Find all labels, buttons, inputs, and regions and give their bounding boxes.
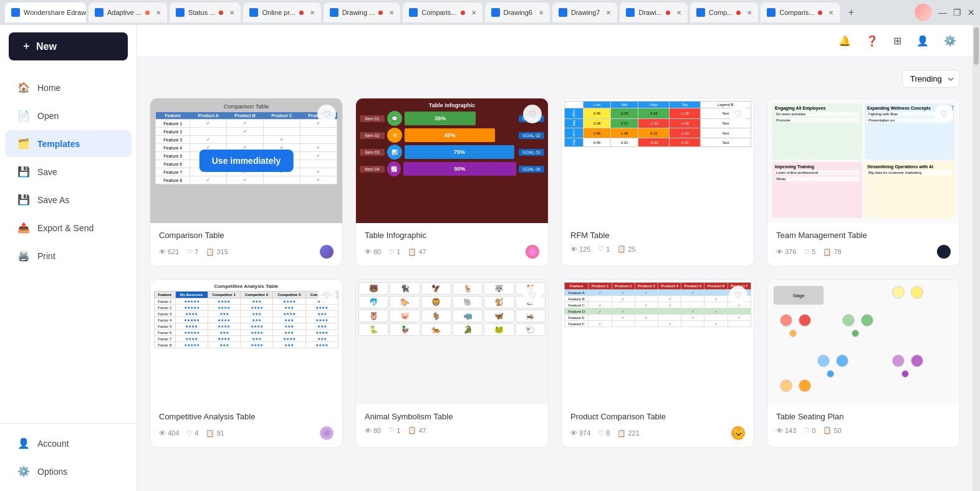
sidebar-item-open[interactable]: 📄 Open <box>5 102 132 129</box>
card-meta-product: 👁 974 ♡ 8 📋 221 🐱 <box>570 426 745 440</box>
new-button-label: New <box>36 41 57 52</box>
tab-icon-adaptive <box>95 8 103 17</box>
seat <box>842 314 855 327</box>
new-button[interactable]: ＋ New <box>9 32 128 60</box>
template-card-comparison[interactable]: Comparison Table FeatureProduct AProduct… <box>150 98 343 267</box>
template-card-seating[interactable]: Stage <box>767 279 960 448</box>
animal-cell: 🐎 <box>390 296 420 308</box>
tab-close-status[interactable]: ✕ <box>229 9 234 16</box>
animal-cell: 🦁 <box>421 296 451 308</box>
scrollbar-thumb[interactable] <box>974 27 979 65</box>
template-card-competitive[interactable]: Competitive Analysis Table Feature My Bu… <box>150 279 343 448</box>
tab-drawing7[interactable]: Drawing7 ✕ <box>552 2 617 22</box>
save-as-icon: 💾 <box>17 194 30 206</box>
tab-close-drawing6[interactable]: ✕ <box>539 9 544 16</box>
animal-cell: 🦌 <box>453 282 483 295</box>
tab-drawing6[interactable]: Drawing6 ✕ <box>485 2 550 22</box>
sidebar-item-export[interactable]: 📤 Export & Send <box>5 214 132 241</box>
sidebar-item-save[interactable]: 💾 Save <box>5 158 132 185</box>
settings-icon[interactable]: ⚙️ <box>940 31 960 50</box>
seat <box>799 379 811 392</box>
heart-button-infographic[interactable]: ♡ <box>523 105 542 123</box>
sidebar-item-options[interactable]: ⚙️ Options <box>5 458 132 485</box>
template-card-animal[interactable]: 🐻 🐈‍⬛ 🦅 🦌 🐺 🦊 🐬 🐎 🦁 🐘 🐒 <box>355 279 549 448</box>
animal-cell: 🦋 <box>484 310 514 322</box>
bell-icon[interactable]: 🔔 <box>835 31 855 50</box>
tab-close-drawing[interactable]: ✕ <box>389 9 394 16</box>
heart-button-rfm[interactable]: ♡ <box>729 105 747 123</box>
card-title-team: Team Management Table <box>776 231 951 240</box>
tab-label-comp: Comp... <box>709 9 733 16</box>
tab-comparis[interactable]: Comparis... ✕ <box>403 2 482 22</box>
user-icon[interactable]: 👤 <box>913 31 933 50</box>
animal-cell: 🐅 <box>421 323 451 336</box>
new-tab-button[interactable]: + <box>842 4 860 21</box>
author-avatar-competitive <box>320 426 334 440</box>
tab-label-status: Status ... <box>188 9 215 16</box>
template-card-infographic[interactable]: Table Infographic Item 01 💬 35% GOAL 01 <box>355 98 549 267</box>
tab-drawi[interactable]: Drawi... ✕ <box>620 2 687 22</box>
template-card-team[interactable]: Engaging All Employees Do team activitie… <box>767 98 960 267</box>
heart-button-comparison[interactable]: ♡ <box>317 105 336 123</box>
top-bar: 🔔 ❓ ⊞ 👤 ⚙️ <box>137 25 973 57</box>
sidebar-item-save-as[interactable]: 💾 Save As <box>5 186 132 213</box>
animal-cell: 🦅 <box>421 282 451 295</box>
card-title-competitive: Competitive Analysis Table <box>159 412 334 421</box>
close-button[interactable]: ✕ <box>968 7 975 17</box>
tab-online[interactable]: Online pr... ✕ <box>243 2 320 22</box>
sidebar-item-home[interactable]: 🏠 Home <box>5 74 132 101</box>
template-card-product[interactable]: Feature Product 1Product 2Product 3Produ… <box>561 279 754 448</box>
card-info-seating: Table Seating Plan 👁 143 ♡ 0 📋 50 <box>767 404 959 442</box>
tab-close-comp[interactable]: ✕ <box>747 9 752 16</box>
heart-button-product[interactable]: ♡ <box>729 286 747 305</box>
tab-close-comparis2[interactable]: ✕ <box>829 9 833 16</box>
tab-comparis2[interactable]: Comparis... ✕ <box>761 2 840 22</box>
author-avatar-team <box>937 245 951 259</box>
maximize-button[interactable]: ❐ <box>953 7 961 17</box>
tab-close-drawi[interactable]: ✕ <box>676 9 681 16</box>
card-preview-infographic: Table Infographic Item 01 💬 35% GOAL 01 <box>356 98 548 223</box>
tab-close-online[interactable]: ✕ <box>310 9 315 16</box>
tab-status[interactable]: Status ... ✕ <box>170 2 241 22</box>
tab-adaptive[interactable]: Adaptive ... ✕ <box>89 2 167 22</box>
profile-avatar[interactable] <box>915 4 932 21</box>
help-icon[interactable]: ❓ <box>862 31 882 50</box>
card-preview-comparison: Comparison Table FeatureProduct AProduct… <box>150 98 342 223</box>
views-comparison: 👁 621 <box>159 248 179 255</box>
copies-infographic: 📋 47 <box>408 248 426 256</box>
likes-team: ♡ 5 <box>804 248 815 256</box>
likes-rfm: ♡ 1 <box>598 245 610 253</box>
tab-dot-comp <box>736 11 741 15</box>
grid-icon[interactable]: ⊞ <box>890 31 905 50</box>
seat <box>827 370 834 378</box>
tab-close-drawing7[interactable]: ✕ <box>606 9 611 16</box>
heart-button-competitive[interactable]: ♡ <box>317 286 336 305</box>
sort-select[interactable]: Trending Latest Popular <box>902 70 960 88</box>
views-competitive: 👁 404 <box>159 429 179 437</box>
templates-icon: 🗂️ <box>17 138 30 150</box>
sidebar-item-account[interactable]: 👤 Account <box>5 430 132 457</box>
sidebar-item-print[interactable]: 🖨️ Print <box>5 242 132 269</box>
heart-button-animal[interactable]: ♡ <box>523 286 542 305</box>
edraw-tab-icon <box>11 8 20 17</box>
animal-cell: 🐘 <box>453 296 483 308</box>
export-icon: 📤 <box>17 222 30 234</box>
copies-product: 📋 221 <box>617 429 639 437</box>
tab-icon-comparis2 <box>767 8 776 17</box>
tab-edrawmax[interactable]: Wondershare EdrawMax ✕ <box>5 2 86 22</box>
tab-icon-comparis <box>409 8 418 17</box>
sidebar-item-templates[interactable]: 🗂️ Templates <box>5 130 132 157</box>
main-content: Trending Latest Popular Comparison Table… <box>137 57 973 491</box>
tab-label-drawing: Drawing ... <box>342 9 375 16</box>
template-card-rfm[interactable]: Low Mid High Top Legend B High 3.453.264… <box>561 98 754 267</box>
minimize-button[interactable]: — <box>938 7 947 17</box>
tab-comp[interactable]: Comp... ✕ <box>690 2 759 22</box>
likes-seating: ♡ 0 <box>804 426 815 434</box>
sidebar-label-account: Account <box>37 439 69 449</box>
sidebar-label-home: Home <box>37 83 60 93</box>
tab-drawing[interactable]: Drawing ... ✕ <box>324 2 401 22</box>
tab-close-comparis[interactable]: ✕ <box>471 9 476 16</box>
tab-dot-status <box>219 11 223 15</box>
tab-close-adaptive[interactable]: ✕ <box>156 9 161 16</box>
use-immediately-button-comparison[interactable]: Use immediately <box>199 150 294 172</box>
